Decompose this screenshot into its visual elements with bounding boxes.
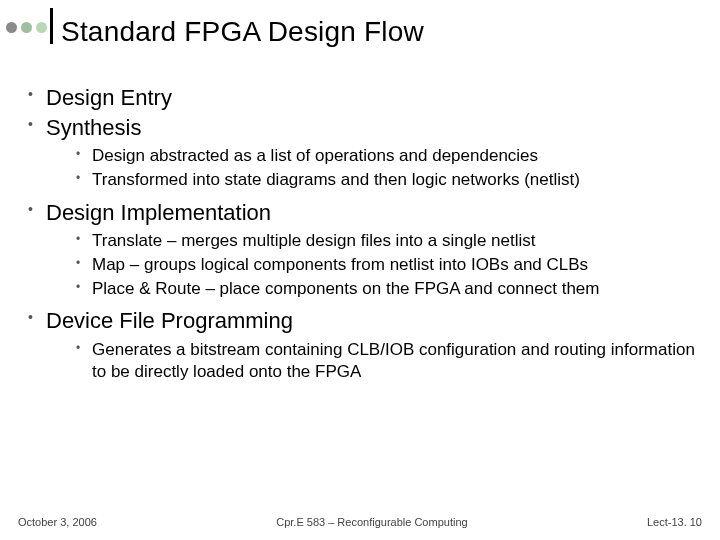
- footer-date: October 3, 2006: [18, 516, 97, 528]
- dot-icon: [6, 22, 17, 33]
- sub-list: Translate – merges multiple design files…: [46, 230, 698, 299]
- list-item: Design Implementation Translate – merges…: [22, 199, 698, 300]
- bullet-text: Design Entry: [46, 85, 172, 110]
- list-item: Device File Programming Generates a bits…: [22, 307, 698, 382]
- bullet-text: Synthesis: [46, 115, 141, 140]
- slide-title: Standard FPGA Design Flow: [0, 16, 720, 48]
- bullet-text: Generates a bitstream containing CLB/IOB…: [92, 340, 695, 381]
- dot-icon: [36, 22, 47, 33]
- decor-dots: [0, 22, 47, 33]
- bullet-text: Translate – merges multiple design files…: [92, 231, 535, 250]
- bullet-text: Place & Route – place components on the …: [92, 279, 599, 298]
- bullet-text: Map – groups logical components from net…: [92, 255, 588, 274]
- vertical-bar-icon: [50, 8, 53, 44]
- slide-body: Design Entry Synthesis Design abstracted…: [0, 48, 720, 382]
- list-item: Generates a bitstream containing CLB/IOB…: [46, 339, 698, 383]
- dot-icon: [21, 22, 32, 33]
- list-item: Synthesis Design abstracted as a list of…: [22, 114, 698, 191]
- list-item: Transformed into state diagrams and then…: [46, 169, 698, 191]
- slide-footer: October 3, 2006 Cpr.E 583 – Reconfigurab…: [0, 516, 720, 528]
- slide-header: Standard FPGA Design Flow: [0, 0, 720, 48]
- bullet-list: Design Entry Synthesis Design abstracted…: [22, 84, 698, 382]
- list-item: Place & Route – place components on the …: [46, 278, 698, 300]
- bullet-text: Design Implementation: [46, 200, 271, 225]
- list-item: Translate – merges multiple design files…: [46, 230, 698, 252]
- bullet-text: Transformed into state diagrams and then…: [92, 170, 580, 189]
- sub-list: Generates a bitstream containing CLB/IOB…: [46, 339, 698, 383]
- footer-slide-number: Lect-13. 10: [647, 516, 702, 528]
- list-item: Design Entry: [22, 84, 698, 112]
- list-item: Map – groups logical components from net…: [46, 254, 698, 276]
- footer-course: Cpr.E 583 – Reconfigurable Computing: [276, 516, 467, 528]
- list-item: Design abstracted as a list of operation…: [46, 145, 698, 167]
- sub-list: Design abstracted as a list of operation…: [46, 145, 698, 191]
- bullet-text: Device File Programming: [46, 308, 293, 333]
- bullet-text: Design abstracted as a list of operation…: [92, 146, 538, 165]
